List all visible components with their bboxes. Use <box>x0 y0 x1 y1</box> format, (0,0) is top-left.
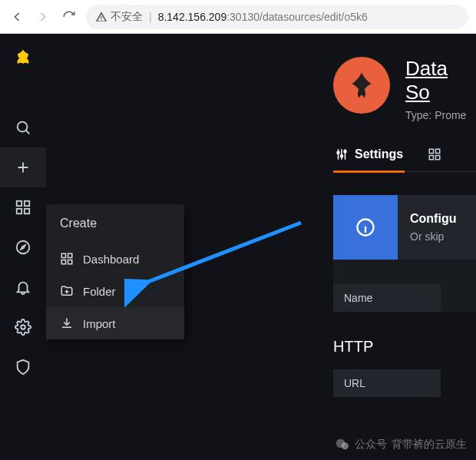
create-icon[interactable] <box>0 147 46 187</box>
tab-label: Settings <box>355 147 403 161</box>
svg-rect-14 <box>429 149 433 153</box>
info-icon <box>333 195 398 260</box>
datasource-logo <box>333 57 390 114</box>
svg-rect-15 <box>436 149 440 153</box>
alert-subtitle: Or skip <box>410 230 456 243</box>
forward-button[interactable] <box>34 8 52 26</box>
svg-rect-16 <box>429 156 433 160</box>
url-label: URL <box>333 369 441 397</box>
page-title: Data So <box>405 57 476 104</box>
svg-rect-1 <box>17 201 21 206</box>
tab-settings[interactable]: Settings <box>333 147 405 173</box>
svg-point-5 <box>17 241 30 254</box>
insecure-label: 不安全 <box>111 10 143 24</box>
wechat-icon <box>335 437 350 452</box>
alerting-icon[interactable] <box>0 267 46 307</box>
main-content: Data So Type: Prome Settings Configu Or … <box>46 34 476 460</box>
alert-box: Configu Or skip <box>333 195 476 260</box>
browser-toolbar: 不安全 | 8.142.156.209:30130/datasources/ed… <box>0 0 476 34</box>
explore-icon[interactable] <box>0 227 46 267</box>
insecure-warning: 不安全 <box>95 10 143 24</box>
search-icon[interactable] <box>0 108 46 147</box>
tab-dashboards[interactable] <box>426 147 443 173</box>
alert-title: Configu <box>410 212 456 226</box>
svg-rect-17 <box>436 156 440 160</box>
watermark-text: 背带裤的云原生 <box>392 438 467 452</box>
address-bar[interactable]: 不安全 | 8.142.156.209:30130/datasources/ed… <box>86 5 468 29</box>
svg-point-6 <box>21 325 25 329</box>
svg-rect-4 <box>25 209 29 213</box>
svg-point-21 <box>342 442 349 449</box>
back-button[interactable] <box>8 8 26 26</box>
reload-button[interactable] <box>60 8 78 26</box>
server-admin-icon[interactable] <box>0 347 46 387</box>
name-label: Name <box>333 284 441 312</box>
http-heading: HTTP <box>333 338 476 356</box>
sidebar: Create Dashboard Folder Import <box>0 34 46 460</box>
grafana-logo[interactable] <box>12 48 34 69</box>
watermark: 公众号 背带裤的云原生 <box>335 437 467 452</box>
svg-point-0 <box>18 122 28 132</box>
svg-rect-3 <box>17 209 21 213</box>
configuration-icon[interactable] <box>0 307 46 347</box>
watermark-prefix: 公众号 <box>355 438 387 452</box>
page-subtitle: Type: Prome <box>405 109 476 121</box>
svg-rect-2 <box>25 201 29 206</box>
dashboards-icon[interactable] <box>0 187 46 227</box>
url-text: 8.142.156.209:30130/datasources/edit/o5k… <box>158 11 368 23</box>
